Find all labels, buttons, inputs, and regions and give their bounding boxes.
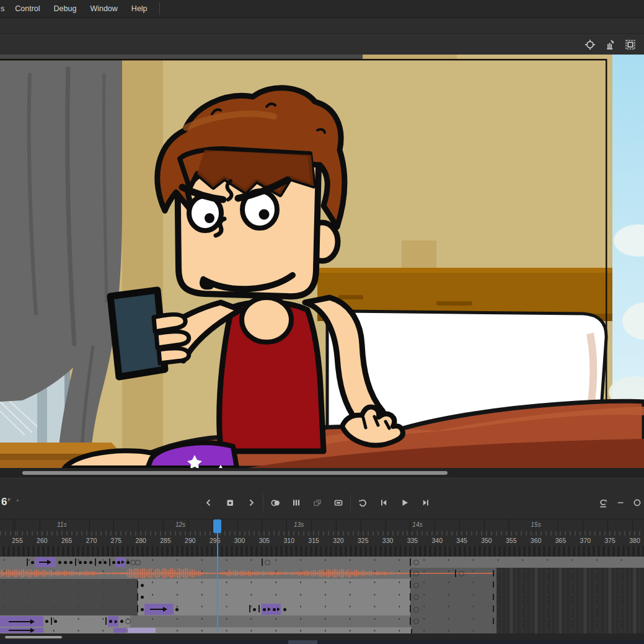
empty-keyframe[interactable] [459,571,464,576]
keyframe-dot[interactable] [54,620,57,623]
keyframe-dot[interactable] [141,584,144,587]
frame-separator[interactable] [493,570,494,576]
frame-separator[interactable] [455,570,456,577]
timeline-tick-ruler[interactable] [0,531,644,536]
empty-keyframe[interactable] [413,594,419,600]
frame-separator[interactable] [410,593,411,601]
frame-separator[interactable] [410,617,411,625]
frame-separator[interactable] [410,558,411,566]
frame-separator[interactable] [137,605,138,612]
empty-keyframe[interactable] [413,571,419,576]
tween-keyframe[interactable] [262,604,271,615]
motion-tween-span[interactable] [128,628,156,633]
empty-keyframe[interactable] [413,560,419,565]
empty-keyframe[interactable] [413,583,419,588]
frame-separator[interactable] [493,618,494,624]
frame-separator[interactable] [137,593,138,601]
keyframe-dot[interactable] [79,561,82,564]
layer-row-5[interactable] [0,603,644,616]
step-forward-button[interactable] [415,495,436,511]
menu-item-help[interactable]: Help [125,4,154,13]
menu-item-partial[interactable]: s [0,4,8,13]
insert-keyframe-button[interactable] [219,495,240,511]
frame-span-light[interactable] [138,579,410,591]
frame-separator[interactable] [493,581,494,588]
keyframe-dot[interactable] [253,608,256,611]
frame-span-dark[interactable] [0,603,138,615]
keyframe-dot[interactable] [58,561,61,564]
keyframe-dot[interactable] [175,608,179,611]
menu-item-control[interactable]: Control [8,4,46,13]
frame-span-span[interactable] [410,579,496,591]
frame-span-dark[interactable] [0,579,138,591]
layer-row-3[interactable] [0,579,644,592]
keyframe-dot[interactable] [126,561,130,564]
tween-keyframe[interactable] [116,557,126,567]
frame-separator[interactable] [105,617,107,625]
keyframe-dot[interactable] [69,561,73,564]
tween-keyframe[interactable] [271,604,281,615]
frame-span-mid[interactable] [130,615,411,627]
frame-separator[interactable] [493,594,494,600]
stage-canvas[interactable] [0,55,644,468]
modify-frame-span-button[interactable] [328,495,349,511]
layer-row-6[interactable] [0,615,644,628]
frame-span-light[interactable] [138,591,410,603]
timeline-seconds-ruler[interactable]: 11s12s13s14s15s [0,519,644,532]
frame-separator[interactable] [493,606,494,612]
keyframe-dot[interactable] [112,561,115,564]
keyframe-dot[interactable] [64,561,67,564]
frame-separator[interactable] [109,558,110,566]
previous-keyframe-button[interactable] [198,495,219,511]
rotate-view-hand-icon[interactable] [604,38,616,51]
stage-h-scrollbar-thumb[interactable] [22,471,448,475]
frame-separator[interactable] [258,605,260,612]
step-back-button[interactable] [373,495,394,511]
frame-span-span[interactable] [410,603,496,615]
frame-separator[interactable] [137,581,138,588]
next-keyframe-button[interactable] [240,495,262,511]
menu-item-debug[interactable]: Debug [47,4,84,13]
frame-separator[interactable] [27,558,28,566]
clip-content-icon[interactable] [624,38,637,51]
playhead-marker[interactable] [213,519,221,533]
motion-tween-span[interactable] [113,628,126,633]
frame-separator[interactable] [262,558,263,566]
keyframe-dot[interactable] [31,561,34,564]
frame-separator[interactable] [410,581,411,588]
motion-tween-span[interactable] [35,557,56,567]
frame-span-light[interactable] [0,627,412,633]
onion-skin-button[interactable] [265,495,286,511]
frame-separator[interactable] [51,617,52,625]
zoom-out-icon[interactable] [612,495,630,511]
frame-span-span[interactable] [410,591,496,603]
empty-keyframe[interactable] [265,560,270,565]
onion-skin-outlines-button[interactable] [286,495,307,511]
frame-separator[interactable] [75,558,76,566]
timeline-tracks[interactable] [0,557,644,633]
motion-tween-span[interactable] [144,604,174,615]
layer-row-1[interactable] [0,557,644,568]
keyframe-dot[interactable] [89,561,92,564]
keyframe-dot[interactable] [283,608,286,611]
timeline-h-scrollbar-thumb[interactable] [5,636,62,638]
frame-separator[interactable] [410,605,411,612]
keyframe-dot[interactable] [104,561,107,564]
frame-span-span[interactable] [412,627,496,633]
keyframe-dot[interactable] [141,608,144,611]
layer-row-audio[interactable] [0,568,644,580]
frame-span-mid[interactable] [0,557,644,568]
motion-tween-span[interactable] [0,628,43,633]
empty-keyframe[interactable] [413,619,419,624]
layer-row-4[interactable] [0,591,644,604]
menu-item-window[interactable]: Window [83,4,124,13]
empty-keyframe[interactable] [125,619,131,624]
timeline-zoom-slider-knob[interactable] [630,495,644,511]
reset-loop-button[interactable] [593,495,612,511]
frame-separator[interactable] [410,570,411,577]
loop-playback-button[interactable] [352,495,373,511]
frame-separator[interactable] [95,558,96,566]
empty-keyframe[interactable] [135,560,141,565]
frame-span-span[interactable] [410,615,496,627]
motion-tween-span[interactable] [0,616,43,627]
